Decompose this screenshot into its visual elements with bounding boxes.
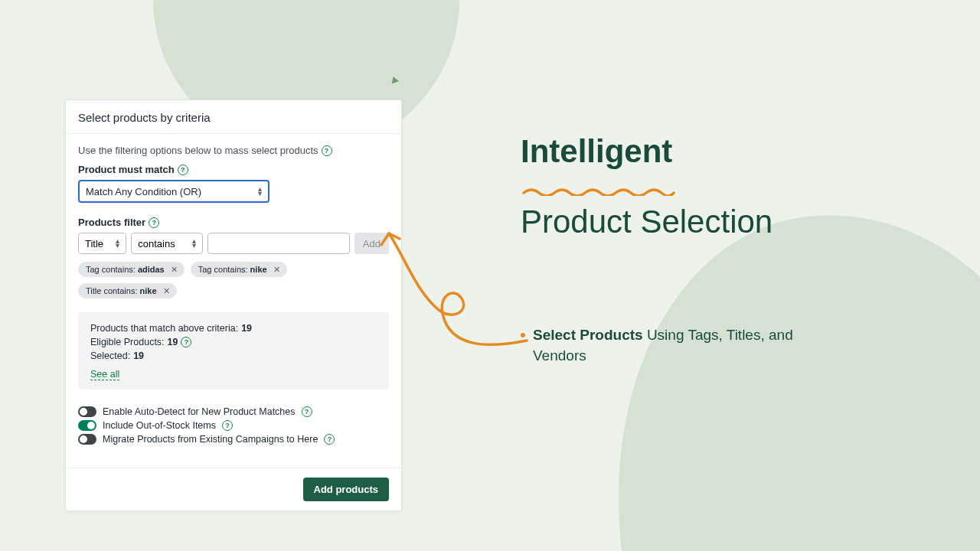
intro-label: Use the filtering options below to mass … — [78, 145, 318, 156]
help-icon[interactable]: ? — [302, 406, 312, 417]
auto-detect-toggle[interactable] — [78, 406, 96, 417]
help-icon[interactable]: ? — [222, 420, 233, 431]
hero-copy: Intelligent Product Selection Select Pro… — [521, 134, 850, 367]
hero-bullet: Select Products Using Tags, Titles, and … — [521, 324, 850, 367]
bullet-dot-icon — [521, 333, 525, 337]
filter-chip: Title contains: nike ✕ — [78, 283, 177, 298]
filter-row: Title ▴▾ contains ▴▾ Add — [78, 233, 389, 254]
stats-match: Products that match above criteria: 19 — [90, 323, 377, 334]
squiggle-underline — [522, 185, 675, 196]
filter-value-input[interactable] — [207, 233, 350, 254]
toggle-row-auto-detect: Enable Auto-Detect for New Product Match… — [78, 406, 389, 417]
card-title: Select products by criteria — [66, 100, 401, 134]
filter-chip: Tag contains: nike ✕ — [191, 262, 287, 277]
close-icon[interactable]: ✕ — [162, 285, 172, 296]
close-icon[interactable]: ✕ — [169, 264, 180, 275]
intro-text: Use the filtering options below to mass … — [78, 145, 389, 156]
close-icon[interactable]: ✕ — [272, 264, 283, 275]
add-products-button[interactable]: Add products — [303, 478, 390, 501]
criteria-card: Select products by criteria Use the filt… — [65, 99, 402, 511]
out-of-stock-toggle[interactable] — [78, 420, 96, 431]
chevron-updown-icon: ▴▾ — [258, 187, 262, 196]
migrate-toggle[interactable] — [78, 434, 96, 445]
match-label: Product must match ? — [78, 164, 389, 175]
filter-chip: Tag contains: adidas ✕ — [78, 262, 185, 277]
help-icon[interactable]: ? — [178, 165, 188, 175]
stats-box: Products that match above criteria: 19 E… — [78, 312, 389, 390]
filter-label: Products filter ? — [78, 217, 389, 228]
add-filter-button[interactable]: Add — [354, 233, 389, 254]
filter-operator-select[interactable]: contains ▴▾ — [131, 233, 202, 254]
filter-field-select[interactable]: Title ▴▾ — [78, 233, 126, 254]
help-icon[interactable]: ? — [322, 145, 332, 156]
help-icon[interactable]: ? — [149, 217, 159, 228]
help-icon[interactable]: ? — [324, 434, 335, 445]
stats-selected: Selected: 19 — [90, 350, 377, 361]
logo — [390, 77, 400, 84]
match-condition-select[interactable]: Match Any Condition (OR) ▴▾ — [78, 180, 270, 203]
filter-chips: Tag contains: adidas ✕ Tag contains: nik… — [78, 262, 389, 298]
toggle-row-migrate: Migrate Products from Existing Campaigns… — [78, 434, 389, 445]
chevron-updown-icon: ▴▾ — [192, 239, 196, 248]
see-all-link[interactable]: See all — [90, 369, 119, 380]
toggle-row-oos: Include Out-of-Stock Items ? — [78, 420, 389, 431]
hero-title-light: Product Selection — [521, 204, 850, 240]
chevron-updown-icon: ▴▾ — [116, 239, 119, 248]
help-icon[interactable]: ? — [181, 337, 191, 347]
match-value: Match Any Condition (OR) — [86, 186, 201, 197]
hero-title-bold: Intelligent — [521, 134, 850, 169]
stats-eligible: Eligible Products: 19 ? — [90, 337, 377, 347]
